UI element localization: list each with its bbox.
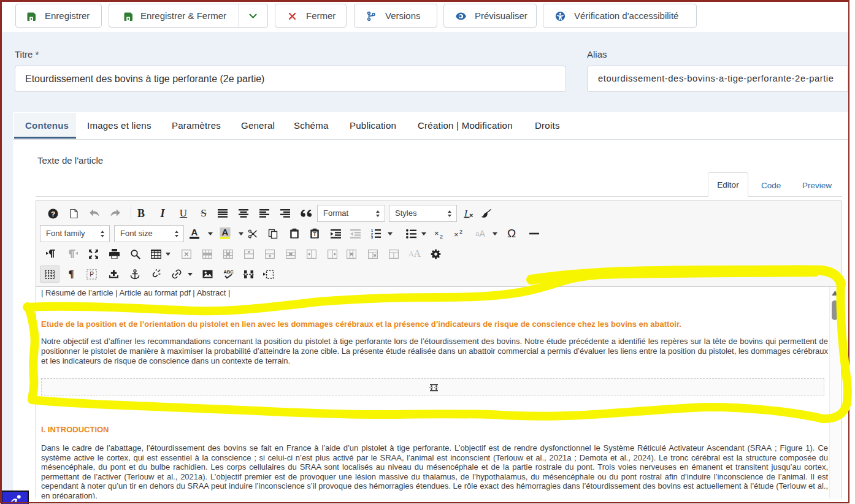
svg-text:×: × xyxy=(454,230,459,239)
svg-text:ABC: ABC xyxy=(223,269,234,275)
svg-text:2: 2 xyxy=(440,234,443,239)
svg-text:×: × xyxy=(434,229,439,238)
svg-text:I: I xyxy=(464,208,468,218)
svg-text:?: ? xyxy=(50,210,55,217)
svg-text:A: A xyxy=(191,227,198,237)
svg-text:T: T xyxy=(313,231,316,237)
svg-text:2: 2 xyxy=(459,229,462,235)
svg-text:A: A xyxy=(222,227,229,237)
svg-text:3: 3 xyxy=(371,235,373,239)
svg-text:P: P xyxy=(90,271,94,278)
